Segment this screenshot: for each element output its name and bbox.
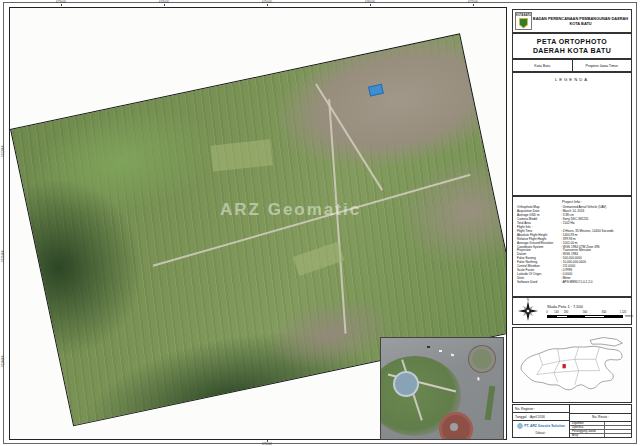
project-info-rows: Orthophoto Map : Unmanned Aerial Vehicle… xyxy=(517,206,627,285)
tanggal-row: Tanggal : April 2016 xyxy=(513,413,569,421)
inset-ferris-wheel xyxy=(393,371,419,397)
dibuat-label: Dibuat : xyxy=(536,431,547,435)
legend-box: LEGENDA xyxy=(512,72,632,196)
scale-ratio-label: Skala Peta 1 : 7,500 xyxy=(547,304,633,309)
scale-tick-labels: 01402805608401,120 xyxy=(547,311,623,315)
agency-name: BADAN PERENCANAAN PEMBANGUNAN DAERAH KOT… xyxy=(532,16,629,27)
company-cell: PT. ARZ Geosite Solution Dibuat : xyxy=(513,421,569,437)
watermark-text: ARZ Geomatic xyxy=(220,200,361,220)
region-city: Kota Batu xyxy=(513,60,573,71)
company-logo: PT. ARZ Geosite Solution xyxy=(517,423,565,429)
photo-field-patch xyxy=(210,139,272,171)
grid-label: 9121000 xyxy=(1,250,5,262)
footer-right: No. Revisi : Digambar Diperiksa xyxy=(570,405,631,437)
approval-table: Digambar Diperiksa Penanggung Jawab xyxy=(570,422,631,437)
kota-batu-marker xyxy=(563,364,566,368)
scale-unit: meters xyxy=(625,315,633,318)
compass-rose-icon: N xyxy=(517,300,539,322)
photo-road xyxy=(315,84,383,191)
footer-empty-cell xyxy=(570,405,631,414)
globe-icon xyxy=(517,423,523,429)
inset-aerial-photo xyxy=(380,337,504,440)
map-title-line2: DAERAH KOTA BATU xyxy=(513,46,631,55)
grid-label: 673000 xyxy=(50,0,72,6)
photo-field-patch xyxy=(293,241,345,276)
footer-left: No. Register : Tanggal : April 2016 PT. … xyxy=(513,405,570,437)
kota-batu-logo: KOTA BATU xyxy=(515,12,532,30)
project-info-heading: Project Info : xyxy=(517,200,627,204)
inset-car xyxy=(439,350,442,352)
east-java-outline xyxy=(516,332,628,398)
region-province: Propinsi Jawa Timur xyxy=(573,60,632,71)
grid-label: 9120000 xyxy=(1,355,5,367)
inset-roundabout xyxy=(469,346,495,372)
scale-bar xyxy=(547,315,623,318)
footer-block: No. Register : Tanggal : April 2016 PT. … xyxy=(512,404,632,438)
agency-header: KOTA BATU BADAN PERENCANAAN PEMBANGUNAN … xyxy=(512,9,632,33)
grid-label: 674000 xyxy=(153,0,175,6)
blue-pool-feature xyxy=(368,84,384,97)
grid-label: 677000 xyxy=(462,0,484,6)
grid-labels-top: 673000674000675000676000677000 xyxy=(9,0,505,6)
east-java-overview-map xyxy=(512,327,632,403)
grid-label: 676000 xyxy=(359,0,381,6)
no-revisi-cell: No. Revisi : xyxy=(570,414,631,423)
grid-labels-bottom: 675000 xyxy=(9,440,505,446)
legend-title: LEGENDA xyxy=(513,77,631,82)
map-legend-panel: KOTA BATU BADAN PERENCANAAN PEMBANGUNAN … xyxy=(512,7,634,438)
inset-plaza xyxy=(439,412,473,440)
inset-car xyxy=(451,354,454,357)
map-sheet: 673000674000675000676000677000 912200091… xyxy=(0,0,640,446)
scale-area: Skala Peta 1 : 7,500 01402805608401,120 … xyxy=(539,304,633,318)
grid-labels-left: 912200091210009120000 xyxy=(1,7,8,438)
grid-label: 675000 xyxy=(256,0,278,6)
map-title-block: PETA ORTOPHOTO DAERAH KOTA BATU xyxy=(512,33,632,59)
no-register-row: No. Register : xyxy=(513,405,569,413)
inset-car xyxy=(427,346,430,348)
map-title-line1: PETA ORTOPHOTO xyxy=(513,37,631,46)
region-row: Kota Batu Propinsi Jawa Timur xyxy=(512,59,632,72)
approval-row: Arsip xyxy=(570,434,631,437)
north-scale-box: N Skala Peta 1 : 7,500 01402805608401,12… xyxy=(512,297,632,325)
grid-label: 9122000 xyxy=(1,145,5,157)
project-info-box: Project Info : Orthophoto Map : Unmanned… xyxy=(512,196,632,297)
inset-road-median xyxy=(485,386,496,421)
info-row: Software Used : APS MENCI 5.0.1.2.0 xyxy=(517,281,627,285)
logo-title: KOTA BATU xyxy=(516,14,531,17)
inset-car xyxy=(477,377,479,380)
shield-icon xyxy=(519,18,528,29)
grid-label: 675000 xyxy=(256,440,278,446)
